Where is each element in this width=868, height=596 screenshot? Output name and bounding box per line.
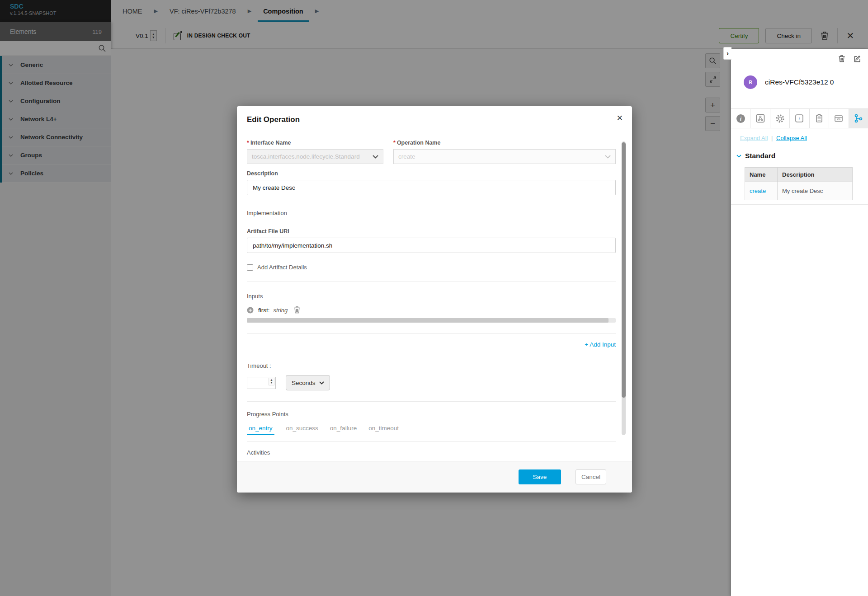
collapse-all-link[interactable]: Collapse All xyxy=(776,135,807,141)
delete-icon[interactable] xyxy=(294,306,300,314)
column-header-description: Description xyxy=(778,168,853,182)
progress-points-tabs: on_entry on_success on_failure on_timeou… xyxy=(247,425,616,435)
artifact-uri-input[interactable] xyxy=(247,238,616,253)
chevron-down-icon xyxy=(373,155,378,159)
description-input[interactable] xyxy=(247,180,616,195)
implementation-label: Implementation xyxy=(247,210,616,216)
interface-name-select[interactable]: tosca.interfaces.node.lifecycle.Standard xyxy=(247,149,383,164)
activities-label: Activities xyxy=(247,449,616,456)
divider xyxy=(731,204,868,205)
tab-information-artifacts[interactable]: i xyxy=(790,109,809,128)
tab-on-entry[interactable]: on_entry xyxy=(247,425,274,435)
divider xyxy=(247,333,616,334)
edit-operation-modal: Edit Operation ✕ *Interface Name tosca.i… xyxy=(237,106,632,493)
links-separator: | xyxy=(771,135,773,141)
tab-on-timeout[interactable]: on_timeout xyxy=(368,425,399,435)
timeout-unit-value: Seconds xyxy=(292,380,316,386)
inputs-label: Inputs xyxy=(247,293,616,300)
operation-name-label: *Operation Name xyxy=(393,140,616,146)
panel-collapse-button[interactable]: › xyxy=(723,47,731,60)
panel-tab-bar: i i xyxy=(731,108,868,128)
tab-operations[interactable] xyxy=(849,109,868,128)
component-header: R ciRes-VFCf5323e12 0 xyxy=(731,66,868,99)
chevron-down-icon xyxy=(736,155,741,158)
tab-on-failure[interactable]: on_failure xyxy=(330,425,357,435)
modal-body: *Interface Name tosca.interfaces.node.li… xyxy=(237,134,632,461)
svg-text:i: i xyxy=(799,116,800,121)
column-header-name: Name xyxy=(745,168,778,182)
tab-on-success[interactable]: on_success xyxy=(286,425,318,435)
add-input-link: + Add Input xyxy=(247,341,616,348)
edit-icon[interactable] xyxy=(853,54,862,63)
required-asterisk: * xyxy=(393,140,396,146)
panel-top-actions xyxy=(837,54,862,63)
component-title: ciRes-VFCf5323e12 0 xyxy=(765,78,834,86)
component-detail-panel: › R ciRes-VFCf5323e12 0 i i xyxy=(731,49,868,596)
divider xyxy=(247,401,616,402)
save-button[interactable]: Save xyxy=(519,469,561,484)
modal-vertical-scrollbar[interactable] xyxy=(622,141,626,435)
operation-description: My create Desc xyxy=(782,188,823,194)
timeout-controls: ▲▼ Seconds xyxy=(247,375,616,390)
timeout-unit-select[interactable]: Seconds xyxy=(286,375,330,390)
table-row: create My create Desc xyxy=(745,182,853,200)
modal-header: Edit Operation ✕ xyxy=(237,106,632,134)
tab-settings[interactable] xyxy=(770,109,790,128)
standard-section-header[interactable]: Standard xyxy=(736,152,775,160)
input-type: string xyxy=(274,307,288,314)
tab-general-info[interactable]: i xyxy=(731,109,750,128)
divider xyxy=(247,282,616,282)
tab-deployment-artifacts[interactable] xyxy=(829,109,849,128)
section-title: Standard xyxy=(745,152,775,160)
inputs-horizontal-scrollbar[interactable] xyxy=(247,318,616,323)
input-parameter-row: first: string xyxy=(247,306,616,314)
timeout-input-wrap: ▲▼ xyxy=(247,377,276,389)
operation-name-value: create xyxy=(398,153,415,160)
interface-name-label: *Interface Name xyxy=(247,140,383,146)
expand-collapse-links: Expand All | Collapse All xyxy=(740,135,807,141)
delete-icon[interactable] xyxy=(837,54,846,63)
number-stepper[interactable]: ▲▼ xyxy=(269,378,274,385)
expand-plus-icon[interactable] xyxy=(247,307,254,314)
artifact-uri-label: Artifact File URI xyxy=(247,228,616,235)
close-icon[interactable]: ✕ xyxy=(617,113,623,123)
table-header-row: Name Description xyxy=(745,168,853,182)
interface-name-value: tosca.interfaces.node.lifecycle.Standard xyxy=(252,153,360,160)
add-input-button[interactable]: + Add Input xyxy=(585,341,616,348)
operations-table: Name Description create My create Desc xyxy=(745,167,853,200)
checkbox-label: Add Artifact Details xyxy=(257,264,307,271)
add-artifact-details-row: Add Artifact Details xyxy=(247,264,616,271)
name-selects-row: *Interface Name tosca.interfaces.node.li… xyxy=(247,140,616,164)
expand-all-link[interactable]: Expand All xyxy=(740,135,768,141)
operation-name-select[interactable]: create xyxy=(393,149,616,164)
avatar: R xyxy=(744,75,757,89)
tab-composition[interactable] xyxy=(750,109,770,128)
modal-title: Edit Operation xyxy=(247,115,300,124)
required-asterisk: * xyxy=(247,140,249,146)
tab-tosca-artifacts[interactable] xyxy=(810,109,829,128)
add-artifact-details-checkbox[interactable] xyxy=(247,264,253,271)
timeout-label: Timeout : xyxy=(247,362,616,369)
cancel-button[interactable]: Cancel xyxy=(576,469,606,484)
description-label: Description xyxy=(247,170,616,177)
progress-points-label: Progress Points xyxy=(247,411,616,418)
chevron-down-icon xyxy=(605,155,611,159)
modal-footer: Save Cancel xyxy=(237,461,632,493)
operation-link[interactable]: create xyxy=(750,188,766,194)
input-name: first: xyxy=(258,307,270,314)
svg-text:i: i xyxy=(740,116,741,122)
divider xyxy=(247,441,616,442)
